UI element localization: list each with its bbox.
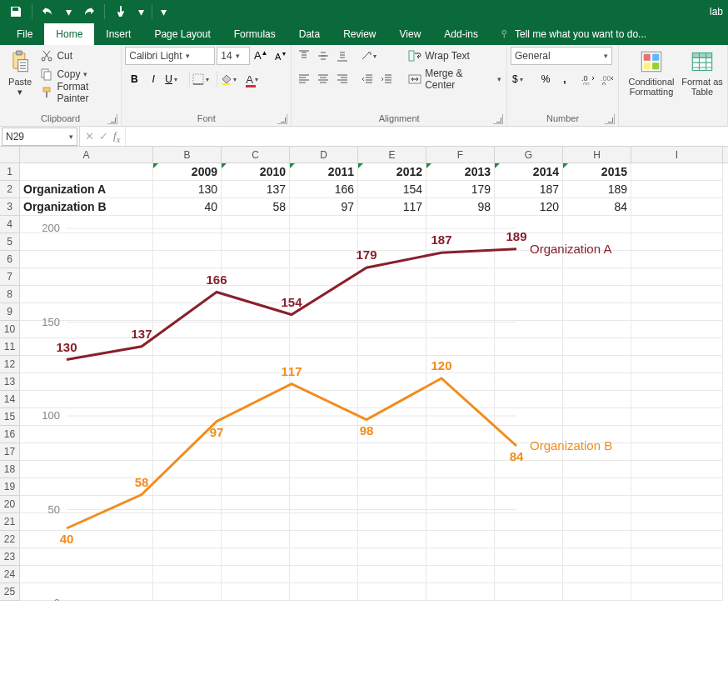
row-header[interactable]: 11 xyxy=(0,338,20,356)
cell[interactable] xyxy=(631,198,723,216)
row-header[interactable]: 23 xyxy=(0,548,20,566)
row-header[interactable]: 3 xyxy=(0,198,20,216)
row-header[interactable]: 13 xyxy=(0,373,20,391)
percent-button[interactable]: % xyxy=(536,70,555,88)
align-top-button[interactable] xyxy=(295,47,313,65)
increase-decimal-button[interactable]: .0.00 xyxy=(579,70,597,88)
row-header[interactable]: 1 xyxy=(0,163,20,181)
merge-center-button[interactable]: Merge & Center ▾ xyxy=(406,70,503,88)
row-header[interactable]: 16 xyxy=(0,426,20,443)
align-left-button[interactable] xyxy=(295,70,313,88)
cell[interactable]: 97 xyxy=(290,198,358,216)
row-header[interactable]: 10 xyxy=(0,321,20,338)
font-name-combo[interactable]: Calibri Light▾ xyxy=(125,47,215,65)
save-button[interactable] xyxy=(5,2,27,22)
touch-dropdown[interactable]: ▾ xyxy=(135,2,147,22)
decrease-indent-button[interactable] xyxy=(358,70,376,88)
comma-button[interactable]: , xyxy=(556,70,574,88)
row-header[interactable]: 25 xyxy=(0,583,20,601)
column-header[interactable]: G xyxy=(495,147,563,162)
cell[interactable]: 58 xyxy=(222,198,290,216)
border-button[interactable]: ▾ xyxy=(191,70,216,88)
row-header[interactable]: 12 xyxy=(0,356,20,373)
touch-mode-button[interactable] xyxy=(110,2,132,22)
cell[interactable]: 154 xyxy=(358,181,426,198)
bold-button[interactable]: B xyxy=(125,70,143,88)
align-bottom-button[interactable] xyxy=(333,47,352,65)
alignment-dialog-launcher[interactable] xyxy=(493,114,503,124)
cell[interactable]: 2012 xyxy=(358,163,426,181)
column-header[interactable]: D xyxy=(290,147,358,162)
row-header[interactable]: 17 xyxy=(0,443,20,461)
formula-input[interactable] xyxy=(126,127,728,146)
cell[interactable]: 2011 xyxy=(290,163,358,181)
row-header[interactable]: 7 xyxy=(0,268,20,286)
align-middle-button[interactable] xyxy=(314,47,332,65)
italic-button[interactable]: I xyxy=(144,70,162,88)
cell[interactable]: 2009 xyxy=(153,163,222,181)
row-header[interactable]: 20 xyxy=(0,496,20,513)
cell[interactable]: Organization A xyxy=(20,181,153,198)
cell[interactable]: 166 xyxy=(290,181,358,198)
row-header[interactable]: 22 xyxy=(0,531,20,548)
cell[interactable]: 120 xyxy=(495,198,563,216)
format-as-table-button[interactable]: Format as Table xyxy=(681,47,724,97)
format-painter-button[interactable]: Format Painter xyxy=(38,83,117,102)
tab-view[interactable]: View xyxy=(388,23,433,45)
tab-data[interactable]: Data xyxy=(287,23,332,45)
row-header[interactable]: 5 xyxy=(0,233,20,251)
cell[interactable]: 187 xyxy=(495,181,563,198)
tab-file[interactable]: File xyxy=(5,23,44,45)
chart[interactable]: 0501001502002009201020112012201320142015… xyxy=(33,220,650,601)
row-header[interactable]: 9 xyxy=(0,303,20,321)
cell[interactable]: 117 xyxy=(358,198,426,216)
row-header[interactable]: 2 xyxy=(0,181,20,198)
tab-add-ins[interactable]: Add-ins xyxy=(432,23,490,45)
font-dialog-launcher[interactable] xyxy=(277,114,287,124)
tab-insert[interactable]: Insert xyxy=(94,23,142,45)
cancel-formula-button[interactable]: ✕ xyxy=(85,130,94,142)
wrap-text-button[interactable]: Wrap Text xyxy=(406,47,503,65)
enter-formula-button[interactable]: ✓ xyxy=(99,130,108,142)
increase-indent-button[interactable] xyxy=(377,70,396,88)
cell[interactable]: Organization B xyxy=(20,198,153,216)
name-box[interactable]: N29 ▾ xyxy=(2,128,77,146)
row-header[interactable]: 18 xyxy=(0,461,20,478)
row-header[interactable]: 15 xyxy=(0,408,20,426)
fx-button[interactable]: fx xyxy=(113,129,120,144)
column-header[interactable]: E xyxy=(358,147,426,162)
clipboard-dialog-launcher[interactable] xyxy=(107,114,117,124)
row-header[interactable]: 6 xyxy=(0,251,20,268)
fill-color-button[interactable]: ▾ xyxy=(218,70,243,88)
tell-me-search[interactable]: Tell me what you want to do... xyxy=(500,23,646,45)
cell[interactable]: 130 xyxy=(153,181,222,198)
decrease-decimal-button[interactable]: .00.0 xyxy=(598,70,616,88)
underline-button[interactable]: U▾ xyxy=(163,70,188,88)
column-header[interactable]: A xyxy=(20,147,153,162)
column-header[interactable]: B xyxy=(153,147,222,162)
font-size-combo[interactable]: 14▾ xyxy=(217,47,250,65)
cell[interactable]: 189 xyxy=(563,181,631,198)
orientation-button[interactable]: ▾ xyxy=(358,47,383,65)
cell[interactable]: 137 xyxy=(222,181,290,198)
decrease-font-button[interactable]: A▼ xyxy=(272,47,290,65)
undo-button[interactable] xyxy=(37,2,59,22)
cell[interactable]: 84 xyxy=(563,198,631,216)
redo-button[interactable] xyxy=(77,2,99,22)
increase-font-button[interactable]: A▲ xyxy=(252,47,270,65)
cell[interactable]: 2010 xyxy=(222,163,290,181)
column-header[interactable]: H xyxy=(563,147,631,162)
column-header[interactable]: F xyxy=(426,147,495,162)
cell[interactable]: 40 xyxy=(153,198,222,216)
row-header[interactable]: 4 xyxy=(0,216,20,233)
cell[interactable] xyxy=(20,163,153,181)
number-format-combo[interactable]: General▾ xyxy=(511,47,612,65)
cell[interactable] xyxy=(631,163,723,181)
row-header[interactable]: 21 xyxy=(0,513,20,531)
column-header[interactable]: C xyxy=(222,147,290,162)
align-center-button[interactable] xyxy=(314,70,332,88)
align-right-button[interactable] xyxy=(333,70,352,88)
select-all-corner[interactable] xyxy=(0,147,20,163)
tab-page-layout[interactable]: Page Layout xyxy=(142,23,222,45)
number-dialog-launcher[interactable] xyxy=(605,114,615,124)
